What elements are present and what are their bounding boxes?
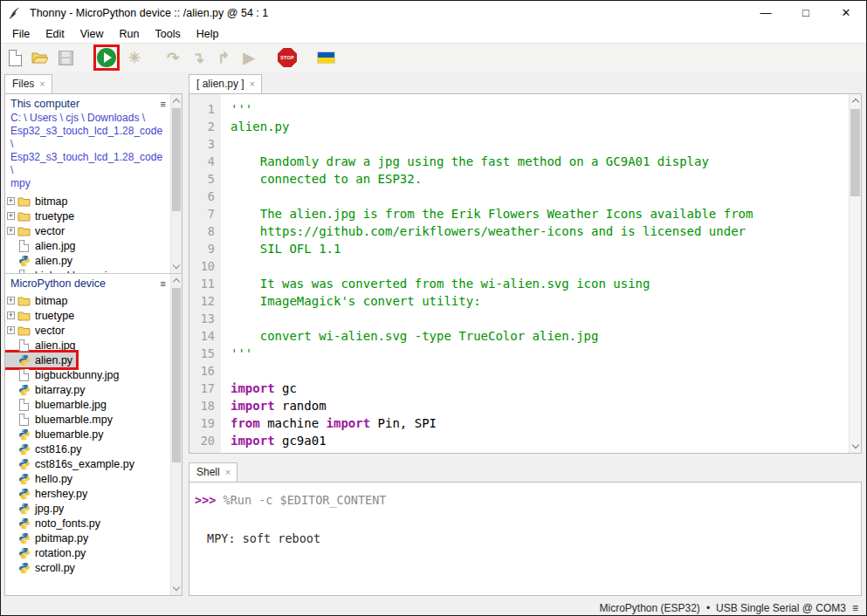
scrollbar-thumb[interactable] <box>172 288 181 462</box>
shell-panel[interactable]: >>> %Run -c $EDITOR_CONTENT MPY: soft re… <box>189 482 862 596</box>
tab-close-icon[interactable]: × <box>250 79 255 89</box>
close-button[interactable]: ✕ <box>826 1 866 24</box>
list-item[interactable]: + truetype <box>5 308 169 323</box>
scroll-down-icon[interactable] <box>173 262 180 269</box>
menu-item[interactable]: Tools <box>148 26 189 42</box>
stop-button[interactable]: STOP <box>277 47 298 68</box>
current-path[interactable]: C: \ Users \ cjs \ Downloads \Esp32_s3_t… <box>5 112 169 192</box>
scrollbar-thumb[interactable] <box>172 108 181 211</box>
status-menu-icon[interactable]: ≡ <box>852 602 858 614</box>
status-separator: • <box>706 602 710 614</box>
list-item[interactable]: alien.py <box>5 352 169 367</box>
resume-button[interactable]: ▶ <box>238 47 259 68</box>
tab-shell[interactable]: Shell × <box>189 462 237 482</box>
list-item[interactable]: hello.py <box>5 471 169 486</box>
python-icon <box>17 428 31 441</box>
folder-icon <box>17 324 31 337</box>
expand-icon[interactable]: + <box>5 323 17 338</box>
device-scrollbar[interactable] <box>170 274 182 595</box>
menu-item[interactable]: Run <box>112 26 148 42</box>
scroll-up-icon[interactable] <box>173 99 180 106</box>
list-item[interactable]: bitarray.py <box>5 382 169 397</box>
file-name: hershey.py <box>35 488 87 500</box>
file-name: bigbuckbunny.jpg <box>35 369 119 381</box>
list-item[interactable]: bluemarble.jpg <box>5 397 169 412</box>
editor-shell-splitter[interactable] <box>189 454 862 462</box>
expand-icon[interactable]: + <box>5 293 17 308</box>
expand-icon[interactable]: + <box>5 223 17 238</box>
editor-scrollbar[interactable] <box>849 94 861 453</box>
list-item[interactable]: cst816s_example.py <box>5 456 169 471</box>
list-item[interactable]: alien.jpg <box>5 338 169 352</box>
minimize-button[interactable]: — <box>746 1 786 24</box>
maximize-button[interactable]: □ <box>786 1 826 24</box>
step-out-button[interactable]: ↱ <box>213 47 234 68</box>
debug-button[interactable]: ✳ <box>124 47 145 68</box>
save-button[interactable] <box>55 47 76 68</box>
new-file-icon <box>9 50 22 66</box>
scrollbar-thumb[interactable] <box>850 109 860 196</box>
port-status[interactable]: USB Single Serial @ COM3 <box>716 602 846 614</box>
this-computer-scrollbar[interactable] <box>170 94 182 273</box>
folder-icon <box>17 209 31 222</box>
list-item[interactable]: alien.py <box>5 253 169 268</box>
line-number: 2 <box>189 118 215 135</box>
list-item[interactable]: scroll.py <box>5 560 169 575</box>
tab-editor-alien-py[interactable]: [ alien.py ] × <box>189 74 262 93</box>
step-into-button[interactable]: ↴ <box>188 47 209 68</box>
scroll-down-icon[interactable] <box>173 584 180 591</box>
shell-prompt: >>> <box>195 493 224 507</box>
list-item[interactable]: hershey.py <box>5 486 169 501</box>
code-content[interactable]: ''' alien.py Randomly draw a jpg using t… <box>231 100 861 449</box>
list-item[interactable]: + bitmap <box>5 293 169 308</box>
tab-close-icon[interactable]: × <box>39 79 45 89</box>
section-menu-icon[interactable]: ≡ <box>161 99 168 109</box>
path-line[interactable]: mpy <box>10 177 168 190</box>
list-item[interactable]: noto_fonts.py <box>5 516 169 530</box>
python-icon <box>17 472 31 485</box>
path-line[interactable]: Esp32_s3_touch_lcd_1.28_code \ <box>10 125 168 151</box>
run-button[interactable] <box>96 47 117 68</box>
step-over-button[interactable]: ↷ <box>162 47 183 68</box>
menu-item[interactable]: View <box>72 26 112 42</box>
list-item[interactable]: bigbuckbunny.jpg <box>5 268 169 274</box>
path-line[interactable]: Esp32_s3_touch_lcd_1.28_code \ <box>10 151 168 177</box>
list-item[interactable]: + vector <box>5 323 169 338</box>
list-item[interactable]: bluemarble.mpy <box>5 412 169 427</box>
expand-icon[interactable]: + <box>5 308 17 323</box>
menu-item[interactable]: File <box>4 26 38 42</box>
interpreter-status[interactable]: MicroPython (ESP32) <box>599 602 699 614</box>
keyword: import <box>231 381 275 395</box>
list-item[interactable]: bigbuckbunny.jpg <box>5 367 169 382</box>
list-item[interactable]: + truetype <box>5 209 169 223</box>
scroll-up-icon[interactable] <box>173 278 180 285</box>
new-file-button[interactable] <box>4 47 25 68</box>
expand-icon[interactable]: + <box>5 194 17 209</box>
tab-close-icon[interactable]: × <box>225 467 231 477</box>
list-item[interactable]: + vector <box>5 223 169 238</box>
list-item[interactable]: cst816.py <box>5 441 169 456</box>
list-item[interactable]: + bitmap <box>5 194 169 209</box>
files-panel: This computer ≡ C: \ Users \ cjs \ Downl… <box>4 93 182 596</box>
file-name: cst816s_example.py <box>35 458 134 470</box>
main-area: Files × This computer ≡ C: \ Users \ cjs… <box>1 72 866 600</box>
list-item[interactable]: rotation.py <box>5 545 169 560</box>
menu-item[interactable]: Edit <box>38 26 72 42</box>
list-item[interactable]: alien.jpg <box>5 238 169 253</box>
list-item[interactable]: jpg.py <box>5 501 169 516</box>
menu-item[interactable]: Help <box>189 26 227 42</box>
scroll-down-icon[interactable] <box>851 441 858 448</box>
list-item[interactable]: pbitmap.py <box>5 530 169 545</box>
scroll-up-icon[interactable] <box>851 99 858 106</box>
file-icon <box>17 398 31 411</box>
file-icon <box>17 239 31 252</box>
expand-icon[interactable]: + <box>5 209 17 223</box>
list-item[interactable]: bluemarble.py <box>5 427 169 441</box>
tab-files[interactable]: Files × <box>4 74 52 93</box>
section-menu-icon[interactable]: ≡ <box>161 278 168 289</box>
folder-icon <box>17 195 31 208</box>
line-number: 7 <box>189 205 215 222</box>
open-file-button[interactable] <box>30 47 51 68</box>
path-line[interactable]: C: \ Users \ cjs \ Downloads \ <box>10 112 168 125</box>
code-editor[interactable]: 1234567891011121314151617181920 ''' alie… <box>189 93 862 454</box>
